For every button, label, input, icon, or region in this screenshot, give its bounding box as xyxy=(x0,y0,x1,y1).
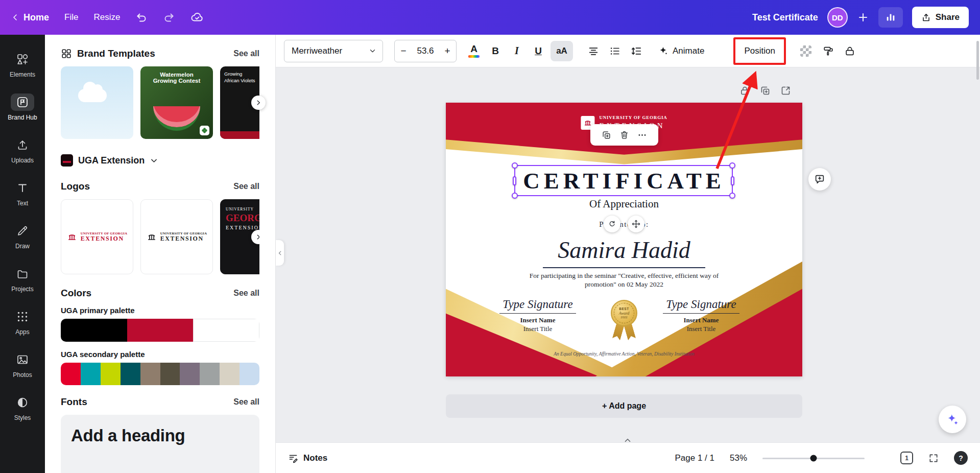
colors-see-all[interactable]: See all xyxy=(233,289,259,298)
templates-next-button[interactable] xyxy=(251,96,266,110)
copy-style-button[interactable] xyxy=(818,41,839,61)
font-size-decrease-button[interactable]: − xyxy=(395,40,412,62)
avatar[interactable]: DD xyxy=(827,7,848,28)
zoom-slider[interactable] xyxy=(762,455,865,462)
font-size-value[interactable]: 53.6 xyxy=(412,46,439,56)
sidebar-item-styles[interactable]: Styles xyxy=(2,386,43,429)
resize-handle[interactable] xyxy=(729,193,735,199)
scrollbar[interactable] xyxy=(976,41,979,80)
undo-button[interactable] xyxy=(135,11,148,23)
color-swatch[interactable] xyxy=(61,363,81,385)
secondary-palette[interactable] xyxy=(61,363,259,385)
template-card-watermelon[interactable]: Watermelon Growing Contest xyxy=(140,66,213,139)
resize-menu-button[interactable]: Resize xyxy=(93,12,120,22)
color-swatch[interactable] xyxy=(61,319,127,342)
color-swatch[interactable] xyxy=(140,363,160,385)
color-swatch[interactable] xyxy=(220,363,240,385)
text-align-button[interactable] xyxy=(583,41,604,61)
cert-recipient-name[interactable]: Samira Hadid xyxy=(446,236,802,264)
signature-block-left[interactable]: Type Signature Insert Name Insert Title xyxy=(476,298,599,333)
export-page-button[interactable] xyxy=(779,84,792,97)
duplicate-page-button[interactable] xyxy=(759,84,771,97)
sidebar-item-draw[interactable]: Draw xyxy=(2,215,43,257)
color-swatch[interactable] xyxy=(127,319,194,342)
zoom-slider-thumb[interactable] xyxy=(810,455,817,461)
panel-collapse-button[interactable] xyxy=(276,240,284,266)
lock-page-button[interactable] xyxy=(738,84,751,97)
assistant-button[interactable] xyxy=(939,406,966,433)
side-resize-handle[interactable] xyxy=(513,176,516,185)
add-page-button[interactable]: + Add page xyxy=(446,394,802,418)
sidebar-item-photos[interactable]: Photos xyxy=(2,343,43,386)
text-case-button[interactable]: aA xyxy=(551,41,573,61)
text-color-button[interactable]: A xyxy=(464,41,484,61)
certificate-page[interactable]: UNIVERSITY OF GEORGIA EXTENSION CERTIFIC… xyxy=(446,103,802,376)
home-button[interactable]: Home xyxy=(11,12,49,23)
file-menu-button[interactable]: File xyxy=(64,12,78,22)
primary-palette[interactable] xyxy=(61,319,259,342)
sidebar-item-elements[interactable]: Elements xyxy=(2,43,43,86)
color-swatch[interactable] xyxy=(240,363,259,385)
signature-block-right[interactable]: Type Signature Insert Name Insert Title xyxy=(640,298,762,333)
share-button[interactable]: Share xyxy=(912,7,969,28)
cert-body-line2[interactable]: promotion" on 02 May 2022 xyxy=(446,280,802,289)
position-button[interactable]: Position xyxy=(739,41,780,61)
fullscreen-button[interactable] xyxy=(928,453,939,463)
insights-button[interactable] xyxy=(878,7,903,28)
bold-button[interactable]: B xyxy=(485,41,506,61)
underline-button[interactable]: U xyxy=(528,41,548,61)
page-indicator[interactable]: Page 1 / 1 xyxy=(675,453,714,463)
color-swatch[interactable] xyxy=(81,363,101,385)
spacing-button[interactable] xyxy=(626,41,647,61)
invite-plus-button[interactable] xyxy=(857,11,869,23)
redo-button[interactable] xyxy=(163,11,175,23)
logos-see-all[interactable]: See all xyxy=(233,182,259,191)
color-swatch[interactable] xyxy=(193,319,259,342)
sidebar-item-apps[interactable]: Apps xyxy=(2,300,43,343)
help-button[interactable]: ? xyxy=(954,451,968,465)
transparency-button[interactable] xyxy=(796,41,816,61)
brand-templates-see-all[interactable]: See all xyxy=(233,49,259,58)
cert-subtitle-text[interactable]: Of Appreciation xyxy=(446,198,802,210)
duplicate-element-button[interactable] xyxy=(602,130,611,140)
color-swatch[interactable] xyxy=(160,363,180,385)
rotate-handle[interactable] xyxy=(604,216,620,232)
brand-kit-selector[interactable]: UGA Extension xyxy=(61,154,259,167)
animate-button[interactable]: Animate xyxy=(654,41,708,61)
color-swatch[interactable] xyxy=(180,363,200,385)
cert-body-line1[interactable]: For participating in the seminar "Creati… xyxy=(446,272,802,280)
award-medal[interactable]: BEST Award 2022 xyxy=(611,300,637,326)
sidebar-item-text[interactable]: Text xyxy=(2,172,43,215)
logo-card-black[interactable]: UNIVERSITY OF GEORGIA EXTENSION xyxy=(140,199,213,274)
selection-box[interactable] xyxy=(514,165,733,196)
notes-button[interactable]: Notes xyxy=(288,453,327,463)
color-swatch[interactable] xyxy=(200,363,220,385)
sidebar-item-projects[interactable]: Projects xyxy=(2,257,43,300)
template-card-sky[interactable] xyxy=(61,66,133,139)
color-swatch[interactable] xyxy=(101,363,121,385)
resize-handle[interactable] xyxy=(512,162,518,169)
font-preview-card[interactable]: Add a heading xyxy=(61,415,259,473)
collapse-canvas-icon[interactable] xyxy=(621,436,634,445)
resize-handle[interactable] xyxy=(512,193,518,199)
cert-footer-text[interactable]: An Equal Opportunity, Affirmative Action… xyxy=(446,351,802,357)
font-size-increase-button[interactable]: + xyxy=(439,40,456,62)
logo-card-red[interactable]: UNIVERSITY OF GEORGIA EXTENSION xyxy=(61,199,133,274)
move-handle[interactable] xyxy=(628,216,644,232)
delete-element-button[interactable] xyxy=(619,130,629,140)
fonts-see-all[interactable]: See all xyxy=(233,397,259,407)
sidebar-item-uploads[interactable]: Uploads xyxy=(2,129,43,172)
cert-presented-text[interactable]: Presented to: xyxy=(446,220,802,229)
more-options-button[interactable] xyxy=(637,130,647,140)
color-swatch[interactable] xyxy=(121,363,140,385)
comment-button[interactable] xyxy=(808,168,831,191)
list-button[interactable] xyxy=(605,41,625,61)
font-family-select[interactable]: Merriweather xyxy=(284,40,383,62)
side-resize-handle[interactable] xyxy=(731,176,734,185)
zoom-value[interactable]: 53% xyxy=(730,453,747,463)
document-title[interactable]: Test Certificate xyxy=(752,12,818,23)
grid-view-button[interactable]: 1 xyxy=(900,452,913,464)
resize-handle[interactable] xyxy=(729,162,735,169)
sidebar-item-brand-hub[interactable]: Brand Hub xyxy=(2,86,43,129)
italic-button[interactable]: I xyxy=(507,41,527,61)
